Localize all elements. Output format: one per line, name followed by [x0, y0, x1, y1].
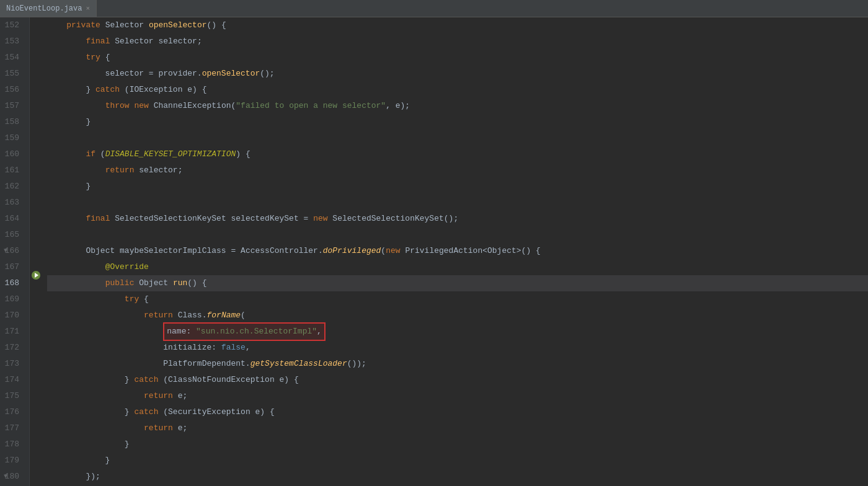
- file-tab[interactable]: NioEventLoop.java ×: [0, 0, 97, 17]
- gutter-181: [30, 471, 42, 486]
- code-area: private Selector openSelector() { final …: [42, 17, 868, 486]
- line-num-169: 169: [2, 291, 24, 307]
- code-text: }: [47, 436, 130, 453]
- line-num-163: 163: [2, 195, 24, 211]
- line-num-167: 167: [2, 259, 24, 275]
- gutter-177: [30, 408, 42, 423]
- code-line-171: name: "sun.nio.ch.SelectorImpl",: [47, 324, 868, 340]
- line-num-175: 175: [2, 388, 24, 404]
- gutter-171: [30, 314, 42, 330]
- line-num-162: 162: [2, 179, 24, 195]
- code-text: final Selector selector;: [47, 33, 202, 50]
- gutter-167: [30, 252, 42, 267]
- gutter-176: [30, 392, 42, 408]
- line-num-159: 159: [2, 130, 24, 146]
- code-line-159: [47, 130, 868, 146]
- line-numbers-gutter: 152 153 154 155 156 157 158 159 160 161 …: [0, 17, 30, 486]
- gutter-179: [30, 439, 42, 454]
- gutter-162: [30, 174, 42, 189]
- fold-gutter: [30, 17, 42, 486]
- code-line-170: return Class.forName(: [47, 307, 868, 324]
- code-text: return e;: [47, 388, 187, 404]
- code-text: final SelectedSelectionKeySet selectedKe…: [47, 211, 458, 227]
- code-line-177: return e;: [47, 420, 868, 436]
- line-num-157: 157: [2, 98, 24, 114]
- gutter-173: [30, 345, 42, 361]
- code-text: throw new ChannelException("failed to op…: [47, 98, 410, 114]
- tab-filename: NioEventLoop.java: [6, 4, 82, 13]
- highlighted-code-box: name: "sun.nio.ch.SelectorImpl",: [163, 322, 326, 341]
- code-line-167: @Override: [47, 259, 868, 275]
- code-text: return Class.forName(: [47, 307, 246, 324]
- gutter-172: [30, 330, 42, 345]
- gutter-155: [30, 64, 42, 80]
- code-line-165: [47, 227, 868, 243]
- line-num-165: 165: [2, 227, 24, 243]
- gutter-154: [30, 48, 42, 64]
- line-num-152: 152: [2, 17, 24, 33]
- code-line-173: PlatformDependent.getSystemClassLoader()…: [47, 356, 868, 372]
- line-num-177: 177: [2, 420, 24, 436]
- line-num-153: 153: [2, 33, 24, 50]
- code-text: }: [47, 179, 91, 195]
- code-line-160: if (DISABLE_KEYSET_OPTIMIZATION) {: [47, 146, 868, 162]
- code-line-166: Object maybeSelectorImplClass = AccessCo…: [47, 243, 868, 259]
- tab-bar: NioEventLoop.java ×: [0, 0, 868, 17]
- code-text: Object maybeSelectorImplClass = AccessCo…: [47, 243, 541, 259]
- code-text: private Selector openSelector() {: [47, 17, 226, 33]
- code-text: } catch (SecurityException e) {: [47, 404, 275, 420]
- code-line-178: }: [47, 436, 868, 453]
- code-text: try {: [47, 291, 149, 307]
- gutter-174: [30, 361, 42, 376]
- code-line-169: try {: [47, 291, 868, 307]
- code-text: } catch (ClassNotFoundException e) {: [47, 372, 299, 388]
- code-text: selector = provider.openSelector();: [47, 66, 275, 82]
- line-num-173: 173: [2, 356, 24, 372]
- code-text: initialize: false,: [47, 340, 250, 356]
- line-num-170: 170: [2, 307, 24, 324]
- gutter-178: [30, 423, 42, 439]
- line-num-158: 158: [2, 114, 24, 130]
- code-line-172: initialize: false,: [47, 340, 868, 356]
- code-text: try {: [47, 50, 110, 66]
- gutter-160: [30, 143, 42, 158]
- code-line-164: final SelectedSelectionKeySet selectedKe…: [47, 211, 868, 227]
- code-text: }: [47, 114, 91, 130]
- line-num-172: 172: [2, 340, 24, 356]
- code-line-176: } catch (SecurityException e) {: [47, 404, 868, 420]
- fold-icon-166[interactable]: ▼: [4, 243, 7, 259]
- code-text: } catch (IOException e) {: [47, 82, 206, 98]
- code-text: return selector;: [47, 162, 182, 179]
- code-text: name: "sun.nio.ch.SelectorImpl",: [47, 322, 326, 341]
- gutter-163: [30, 189, 42, 205]
- gutter-159: [30, 126, 42, 142]
- line-num-155: 155: [2, 66, 24, 82]
- fold-icon-180[interactable]: ▼: [4, 469, 7, 485]
- line-num-156: 156: [2, 82, 24, 98]
- line-num-176: 176: [2, 404, 24, 420]
- code-line-161: return selector;: [47, 162, 868, 179]
- code-text: return e;: [47, 420, 187, 436]
- tab-close-icon[interactable]: ×: [86, 5, 90, 12]
- gutter-156: [30, 80, 42, 95]
- gutter-165: [30, 221, 42, 236]
- code-line-174: } catch (ClassNotFoundException e) {: [47, 372, 868, 388]
- code-line-163: [47, 195, 868, 211]
- code-line-152: private Selector openSelector() {: [47, 17, 868, 33]
- gutter-164: [30, 205, 42, 220]
- gutter-169: [30, 283, 42, 298]
- line-num-180: ▼ 180: [2, 469, 24, 485]
- line-num-164: 164: [2, 211, 24, 227]
- gutter-170: [30, 299, 42, 314]
- line-num-161: 161: [2, 162, 24, 179]
- line-num-174: 174: [2, 372, 24, 388]
- code-text: });: [47, 469, 100, 485]
- code-line-154: try {: [47, 50, 868, 66]
- code-line-156: } catch (IOException e) {: [47, 82, 868, 98]
- code-line-153: final Selector selector;: [47, 33, 868, 50]
- line-num-179: 179: [2, 453, 24, 469]
- code-line-155: selector = provider.openSelector();: [47, 66, 868, 82]
- code-line-180: });: [47, 469, 868, 485]
- code-text: if (DISABLE_KEYSET_OPTIMIZATION) {: [47, 146, 250, 162]
- code-line-175: return e;: [47, 388, 868, 404]
